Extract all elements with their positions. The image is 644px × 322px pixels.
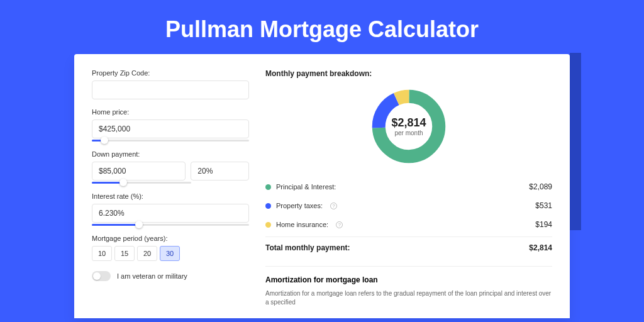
breakdown-title: Monthly payment breakdown: [265,69,552,78]
donut-center: $2,814 per month [391,116,426,136]
zip-label: Property Zip Code: [92,69,249,77]
dot-icon [265,222,271,228]
interest-input[interactable] [92,204,249,223]
home-price-label: Home price: [92,108,249,116]
down-payment-slider[interactable] [92,182,191,184]
info-icon[interactable]: ? [330,203,337,209]
donut-amount: $2,814 [391,116,426,130]
total-row: Total monthly payment: $2,814 [265,236,552,252]
field-zip: Property Zip Code: [92,69,249,99]
veteran-label: I am veteran or military [117,272,187,280]
interest-label: Interest rate (%): [92,192,249,200]
calculator-card: Property Zip Code: Home price: Down paym… [74,54,570,318]
legend-label: Property taxes: [276,202,323,209]
donut-container: $2,814 per month [265,84,552,177]
legend-label: Principal & Interest: [276,183,336,191]
dot-icon [265,203,271,209]
legend-value: $194 [535,220,552,229]
down-payment-pct-input[interactable] [191,162,249,180]
down-payment-label: Down payment: [92,150,249,158]
field-period: Mortgage period (years): 10 15 20 30 [92,235,249,261]
amortization-section: Amortization for mortgage loan Amortizat… [265,266,552,307]
period-btn-10[interactable]: 10 [92,246,112,261]
legend-label: Home insurance: [276,221,328,228]
veteran-toggle[interactable] [92,271,111,281]
period-btn-15[interactable]: 15 [114,246,135,261]
inputs-column: Property Zip Code: Home price: Down paym… [92,69,249,318]
amortization-text: Amortization for a mortgage loan refers … [265,289,552,307]
period-label: Mortgage period (years): [92,235,249,242]
slider-fill [92,224,139,226]
down-payment-amount-input[interactable] [92,162,186,180]
field-home-price: Home price: [92,108,249,142]
interest-slider[interactable] [92,224,249,226]
period-btn-20[interactable]: 20 [137,246,157,261]
zip-input[interactable] [92,80,249,99]
page-title: Pullman Mortgage Calculator [0,0,644,54]
field-down-payment: Down payment: [92,150,249,184]
breakdown-column: Monthly payment breakdown: $2,814 per mo… [249,69,552,318]
period-btn-30[interactable]: 30 [160,246,180,261]
home-price-slider[interactable] [92,140,249,142]
legend-value: $2,089 [529,182,552,191]
total-value: $2,814 [529,243,552,252]
info-icon[interactable]: ? [336,221,343,228]
field-interest: Interest rate (%): [92,192,249,226]
donut-chart: $2,814 per month [369,87,448,166]
card-shadow [570,53,581,230]
legend-value: $531 [535,201,552,210]
home-price-input[interactable] [92,119,249,138]
total-label: Total monthly payment: [265,243,350,252]
slider-fill [92,182,123,184]
legend-row-taxes: Property taxes: ? $531 [265,196,552,215]
amortization-title: Amortization for mortgage loan [265,275,552,284]
legend: Principal & Interest: $2,089 Property ta… [265,177,552,252]
dot-icon [265,184,271,190]
legend-row-insurance: Home insurance: ? $194 [265,215,552,234]
slider-thumb[interactable] [135,221,143,228]
period-options: 10 15 20 30 [92,246,249,261]
donut-sub: per month [391,130,426,136]
legend-row-principal: Principal & Interest: $2,089 [265,177,552,196]
slider-thumb[interactable] [119,179,127,186]
slider-thumb[interactable] [101,136,108,144]
veteran-row: I am veteran or military [92,271,249,281]
